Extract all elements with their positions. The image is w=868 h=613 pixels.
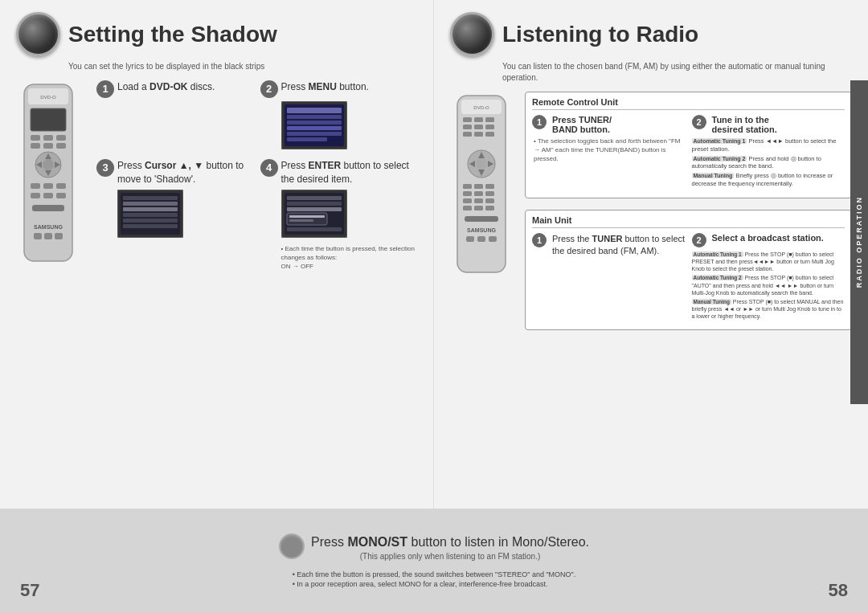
mu-step-2: 2 Select a broadcast station. Automatic …	[692, 233, 845, 322]
left-steps-row-2: 3 Press Cursor ▲, ▼ button to move to 'S…	[96, 159, 417, 271]
mono-st-icon	[279, 533, 305, 559]
svg-rect-45	[287, 196, 342, 200]
radio-operation-tab: RADIO OPERATION	[850, 80, 868, 404]
page-number-left: 57	[20, 580, 39, 601]
svg-rect-3	[31, 108, 66, 131]
svg-rect-50	[289, 219, 313, 222]
svg-rect-73	[463, 191, 472, 196]
left-header-icon	[16, 12, 60, 56]
remote-control-unit-box: Remote Control Unit 1 Press TUNER/BAND b…	[525, 92, 852, 198]
bottom-content: Press MONO/ST button to listen in Mono/S…	[24, 533, 844, 590]
svg-rect-84	[466, 236, 474, 242]
left-steps-col: 1 Load a DVD-OK discs. 2 Press MENU butt…	[96, 80, 417, 497]
right-header-icon	[450, 12, 494, 56]
right-section-header: Listening to Radio	[450, 12, 852, 56]
svg-rect-62	[474, 132, 483, 137]
svg-rect-32	[287, 126, 342, 130]
svg-rect-59	[474, 125, 483, 129]
svg-rect-81	[485, 206, 494, 210]
mono-st-text: Press MONO/ST button to listen in Mono/S…	[311, 533, 589, 552]
svg-rect-86	[489, 236, 497, 242]
svg-rect-37	[123, 196, 178, 200]
svg-rect-4	[31, 135, 40, 141]
svg-point-11	[43, 159, 54, 170]
auto-tuning-2-label: Automatic Tuning 2	[692, 156, 747, 161]
step4-number: 4	[260, 159, 278, 177]
svg-rect-56	[474, 117, 483, 122]
mono-st-container: Press MONO/ST button to listen in Mono/S…	[311, 533, 589, 561]
svg-rect-25	[44, 233, 52, 239]
rc-step1-text: Press TUNER/BAND button.	[552, 115, 612, 134]
mu-auto-tuning-2: Automatic Tuning 2 Press the STOP (■) bu…	[692, 274, 845, 296]
left-bullet-note: Each time the button is pressed, the sel…	[281, 244, 418, 272]
svg-rect-72	[485, 184, 494, 189]
svg-rect-58	[463, 125, 472, 129]
svg-rect-80	[474, 206, 483, 210]
svg-rect-9	[56, 143, 66, 149]
auto-tuning-1: Automatic Tuning 1 Press ◄◄► button to s…	[692, 137, 845, 153]
mu-auto-tuning-1: Automatic Tuning 1 Press the STOP (■) bu…	[692, 251, 845, 273]
rc-step2-number: 2	[692, 115, 706, 129]
mu-manual-tuning: Manual Tuning Press STOP (■) to select M…	[692, 298, 845, 321]
mu-step1-number: 1	[532, 233, 547, 247]
svg-rect-48	[287, 213, 327, 225]
mu-step2-text: Select a broadcast station.	[712, 233, 824, 243]
left-section: Setting the Shadow You can set the lyric…	[0, 0, 434, 509]
svg-rect-71	[474, 184, 483, 189]
page-container: Setting the Shadow You can set the lyric…	[0, 0, 868, 613]
svg-rect-29	[287, 108, 342, 113]
svg-rect-42	[123, 224, 178, 228]
svg-rect-16	[31, 183, 40, 189]
rc-step-2: 2 Tune in to thedesired station. Automat…	[692, 115, 845, 190]
shadow-screen-thumb	[117, 190, 183, 238]
left-step-4: 4 Press ENTER button to select the desir…	[260, 159, 418, 271]
svg-rect-55	[463, 117, 472, 122]
bottom-bullet-2: In a poor reception area, select MONO fo…	[293, 580, 576, 588]
svg-rect-17	[43, 183, 53, 189]
svg-rect-75	[485, 191, 494, 196]
bottom-bar: 57 Press MONO/ST button to listen in Mon…	[0, 509, 868, 613]
bottom-bullet-1: Each time the button is pressed, the sou…	[293, 570, 576, 578]
mu-auto-tuning-1-label: Automatic Tuning 1	[692, 251, 743, 257]
svg-rect-60	[485, 125, 494, 129]
rc-step-1: 1 Press TUNER/BAND button. • The selecti…	[532, 115, 686, 190]
right-remote-svg: DVD-O	[450, 92, 513, 276]
svg-rect-5	[43, 135, 53, 141]
svg-rect-39	[123, 207, 178, 211]
svg-rect-38	[123, 202, 178, 206]
svg-rect-74	[474, 191, 483, 196]
rc-steps-row: 1 Press TUNER/BAND button. • The selecti…	[532, 115, 845, 190]
remote-control-unit-title: Remote Control Unit	[532, 97, 845, 110]
mu-step2-number: 2	[692, 233, 706, 247]
step4-text: Press ENTER button to select the desired…	[281, 159, 418, 186]
svg-rect-70	[463, 184, 472, 189]
svg-rect-30	[287, 115, 342, 119]
mu-manual-tuning-label: Manual Tuning	[692, 299, 731, 304]
step3-text: Press Cursor ▲, ▼ button to move to 'Sha…	[117, 159, 254, 186]
menu-screen-thumb	[281, 101, 347, 149]
svg-rect-47	[287, 207, 342, 211]
step1-number: 1	[96, 80, 114, 98]
right-remote-col: DVD-O	[450, 92, 518, 508]
svg-rect-6	[56, 135, 66, 141]
svg-rect-41	[123, 219, 178, 223]
svg-rect-33	[287, 132, 342, 136]
auto-tuning-2: Automatic Tuning 2 Press and hold ◎ butt…	[692, 155, 845, 171]
svg-rect-76	[463, 198, 472, 203]
left-steps-row-1: 1 Load a DVD-OK discs. 2 Press MENU butt…	[96, 80, 417, 153]
svg-rect-63	[485, 132, 494, 137]
svg-text:SAMSUNG: SAMSUNG	[467, 227, 496, 233]
mu-auto-tuning-2-label: Automatic Tuning 2	[692, 275, 743, 280]
svg-rect-51	[287, 227, 342, 231]
left-step-3: 3 Press Cursor ▲, ▼ button to move to 'S…	[96, 159, 254, 271]
svg-rect-18	[56, 183, 66, 189]
svg-rect-21	[56, 193, 66, 198]
top-half: Setting the Shadow You can set the lyric…	[0, 0, 868, 509]
mono-st-suffix: button to listen in Mono/Stereo.	[411, 535, 589, 549]
right-steps-col: Remote Control Unit 1 Press TUNER/BAND b…	[525, 92, 852, 508]
radio-operation-label: RADIO OPERATION	[855, 196, 863, 288]
left-remote-svg: DVD-O	[16, 80, 80, 265]
main-unit-title: Main Unit	[532, 215, 845, 228]
svg-rect-19	[31, 193, 40, 198]
rc-step1-number: 1	[532, 115, 547, 129]
